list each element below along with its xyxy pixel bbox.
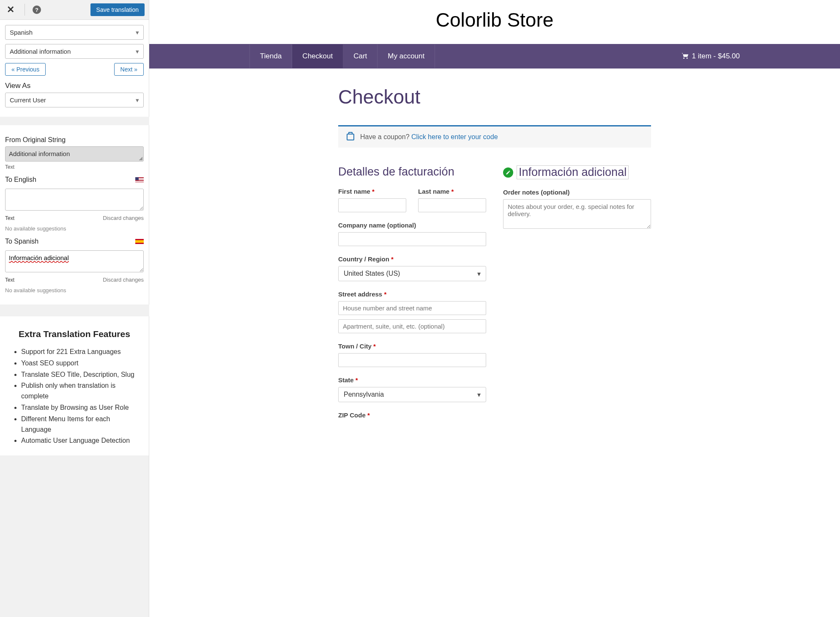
last-name-input[interactable] (418, 198, 486, 212)
first-name-label: First name * (338, 188, 406, 195)
help-icon[interactable]: ? (33, 5, 41, 14)
text-label-en: Text (5, 215, 14, 221)
zip-label: ZIP Code * (338, 411, 486, 419)
preview-pane: Colorlib Store TiendaCheckoutCartMy acco… (149, 0, 840, 617)
discard-changes-es[interactable]: Discard changes (103, 277, 144, 283)
street-input-1[interactable] (338, 301, 486, 315)
street-label: Street address * (338, 291, 486, 298)
feature-item: Translate SEO Title, Description, Slug (21, 370, 140, 380)
nav-item-tienda[interactable]: Tienda (249, 44, 292, 68)
text-label: Text (5, 164, 144, 170)
cart-icon (681, 53, 689, 60)
country-select[interactable]: United States (US) (338, 266, 486, 281)
coupon-icon (347, 134, 354, 140)
state-label: State * (338, 376, 486, 384)
town-label: Town / City * (338, 343, 486, 350)
flag-us-icon (135, 177, 144, 182)
page-title: Checkout (338, 85, 651, 108)
divider (25, 4, 25, 16)
pencil-icon (506, 170, 511, 175)
order-notes-input[interactable] (503, 199, 651, 229)
original-string-box: Additional information (5, 146, 144, 162)
english-translation-input[interactable] (5, 189, 144, 211)
view-as-label: View As (5, 82, 144, 90)
state-select[interactable]: Pennsylvania (338, 387, 486, 402)
from-original-label: From Original String (5, 136, 144, 144)
country-label: Country / Region * (338, 255, 486, 263)
feature-item: Automatic User Language Detection (21, 436, 140, 446)
nav-items: TiendaCheckoutCartMy account (249, 44, 435, 68)
translation-sidebar: ✕ ? Save translation Spanish Additional … (0, 0, 149, 617)
feature-item: Support for 221 Extra Languages (21, 347, 140, 357)
order-notes-label: Order notes (optional) (503, 189, 651, 196)
first-name-input[interactable] (338, 198, 406, 212)
view-as-select[interactable]: Current User (5, 93, 144, 107)
feature-item: Publish only when translation is complet… (21, 381, 140, 402)
coupon-link[interactable]: Click here to enter your code (411, 133, 498, 140)
next-button[interactable]: Next » (114, 63, 144, 76)
cart-summary-text: 1 item - $45.00 (692, 52, 740, 60)
spanish-translation-input[interactable]: Información adicional (5, 250, 144, 272)
features-heading: Extra Translation Features (9, 329, 140, 339)
to-spanish-label: To Spanish (5, 238, 38, 245)
additional-column: Información adicional Order notes (optio… (503, 165, 651, 428)
language-select[interactable]: Spanish (5, 25, 144, 40)
sidebar-header: ✕ ? Save translation (0, 0, 149, 20)
feature-item: Yoast SEO support (21, 358, 140, 369)
billing-column: Detalles de facturación First name * Las… (338, 165, 486, 428)
no-suggestions-es: No available suggestions (5, 287, 144, 293)
company-input[interactable] (338, 232, 486, 246)
additional-heading[interactable]: Información adicional (517, 165, 629, 179)
cart-summary[interactable]: 1 item - $45.00 (681, 52, 740, 60)
flag-es-icon (135, 239, 144, 244)
edit-translation-badge[interactable] (503, 167, 513, 178)
previous-button[interactable]: « Previous (5, 63, 46, 76)
save-translation-button[interactable]: Save translation (90, 3, 145, 16)
store-navbar: TiendaCheckoutCartMy account 1 item - $4… (149, 44, 840, 69)
nav-item-my-account[interactable]: My account (378, 44, 435, 68)
last-name-label: Last name * (418, 188, 486, 195)
store-title: Colorlib Store (149, 0, 840, 44)
billing-heading: Detalles de facturación (338, 165, 486, 178)
feature-item: Translate by Browsing as User Role (21, 403, 140, 413)
coupon-notice: Have a coupon? Click here to enter your … (338, 125, 651, 148)
street-input-2[interactable] (338, 319, 486, 333)
town-input[interactable] (338, 353, 486, 367)
text-label-es: Text (5, 277, 14, 283)
string-select[interactable]: Additional information (5, 44, 144, 59)
features-list: Support for 221 Extra LanguagesYoast SEO… (9, 347, 140, 446)
nav-item-checkout[interactable]: Checkout (292, 44, 343, 68)
coupon-prompt: Have a coupon? (360, 133, 411, 140)
feature-item: Different Menu Items for each Language (21, 414, 140, 435)
no-suggestions-en: No available suggestions (5, 225, 144, 232)
to-english-label: To English (5, 176, 36, 184)
discard-changes-en[interactable]: Discard changes (103, 215, 144, 221)
company-label: Company name (optional) (338, 222, 486, 229)
nav-item-cart[interactable]: Cart (343, 44, 378, 68)
close-icon[interactable]: ✕ (4, 4, 17, 15)
